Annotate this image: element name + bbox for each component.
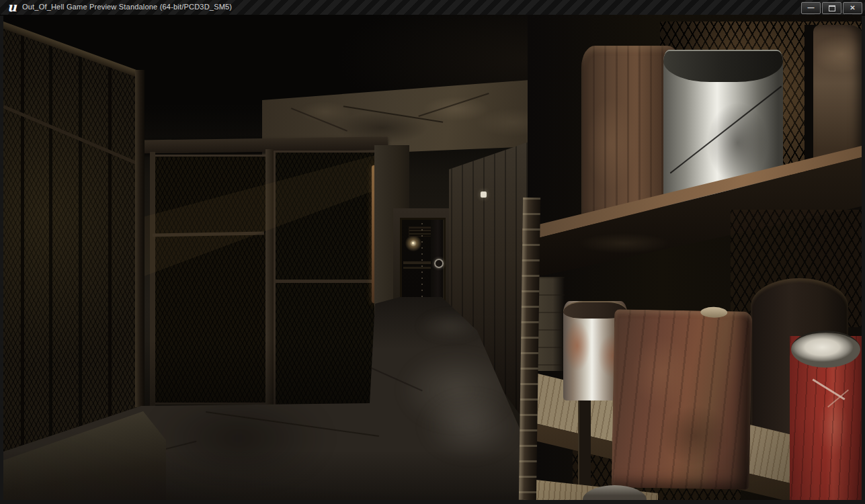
cage-rail: [274, 280, 380, 283]
cylinder-seam: [670, 86, 782, 174]
left-cage-corner-post: [135, 70, 145, 407]
shelf-mid-post: [578, 391, 591, 500]
close-icon: ✕: [850, 4, 855, 11]
lamp-light: [412, 242, 414, 244]
left-cage-mesh: [3, 26, 142, 476]
light-switch: [481, 192, 487, 198]
fence-post: [108, 26, 112, 476]
red-barrel: [790, 336, 862, 500]
minimize-icon: —: [808, 4, 815, 11]
fence-rail: [3, 105, 143, 167]
maximize-button[interactable]: [822, 2, 841, 14]
game-viewport[interactable]: [3, 15, 862, 500]
fence-post: [21, 26, 24, 476]
fence-post: [49, 26, 52, 476]
wall-crack: [291, 108, 347, 131]
window-title: Out_Of_Hell Game Preview Standalone (64-…: [22, 3, 232, 11]
wall-crack: [418, 93, 489, 116]
app-window: u Out_Of_Hell Game Preview Standalone (6…: [0, 0, 865, 504]
inner-rail: [403, 261, 433, 264]
center-cage: [135, 138, 388, 423]
minimize-button[interactable]: —: [801, 2, 821, 14]
red-barrel-lid: [791, 331, 860, 368]
close-button[interactable]: ✕: [843, 2, 862, 14]
maximize-icon: [829, 5, 835, 11]
shelf-unit: [516, 15, 862, 500]
inner-rail: [403, 267, 433, 269]
door-handle: [434, 259, 444, 268]
wall-crack: [343, 106, 443, 122]
canister-cap: [700, 306, 727, 318]
title-bar[interactable]: u Out_Of_Hell Game Preview Standalone (6…: [0, 0, 865, 15]
unreal-engine-logo-icon: u: [5, 0, 19, 15]
fence-post: [79, 26, 82, 476]
rusty-canister-lower-shelf: [612, 309, 753, 490]
cylinder-top-rim: [663, 50, 783, 82]
